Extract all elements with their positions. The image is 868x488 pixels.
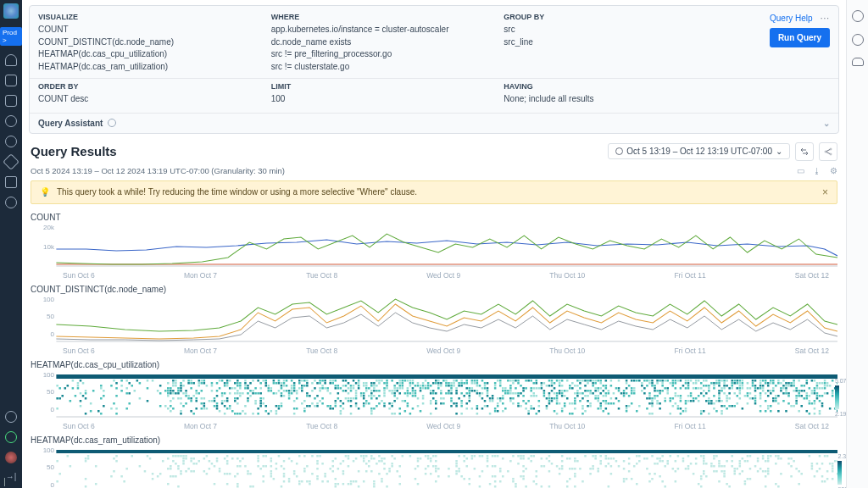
svg-rect-475 bbox=[383, 405, 386, 408]
ram-heatmap-chart[interactable]: 100500 2.36 922 bbox=[31, 446, 837, 489]
compare-button[interactable] bbox=[795, 142, 814, 161]
svg-rect-1630 bbox=[494, 475, 497, 478]
svg-rect-116 bbox=[182, 405, 185, 408]
nav-triggers-icon[interactable] bbox=[3, 153, 19, 170]
query-assistant-bar[interactable]: Query Assistant ⌄ bbox=[30, 113, 838, 133]
svg-rect-1075 bbox=[708, 397, 710, 400]
svg-rect-1050 bbox=[695, 380, 698, 382]
info-icon[interactable] bbox=[852, 10, 864, 22]
svg-rect-1471 bbox=[303, 468, 306, 470]
svg-rect-692 bbox=[499, 382, 502, 385]
svg-rect-802 bbox=[559, 382, 561, 385]
svg-rect-1004 bbox=[669, 413, 671, 415]
svg-rect-1154 bbox=[747, 402, 749, 405]
svg-rect-717 bbox=[512, 382, 515, 385]
svg-rect-1097 bbox=[718, 395, 721, 397]
svg-rect-1034 bbox=[685, 408, 687, 410]
svg-rect-1457 bbox=[283, 480, 286, 483]
run-query-button[interactable]: Run Query bbox=[770, 28, 830, 47]
distinct-line-chart[interactable]: 100500 bbox=[31, 296, 837, 347]
svg-rect-1640 bbox=[509, 460, 512, 463]
svg-rect-1750 bbox=[654, 473, 656, 475]
svg-rect-905 bbox=[608, 392, 610, 395]
svg-rect-489 bbox=[393, 385, 396, 387]
settings-icon[interactable]: ⚙ bbox=[830, 166, 837, 175]
nav-home-icon[interactable] bbox=[5, 54, 17, 66]
svg-rect-22 bbox=[77, 387, 80, 390]
time-range-picker[interactable]: Oct 5 13:19 – Oct 12 13:19 UTC-07:00 ⌄ bbox=[608, 143, 790, 159]
nav-status-ok-icon[interactable] bbox=[5, 431, 17, 443]
svg-rect-1633 bbox=[497, 455, 499, 458]
svg-rect-1880 bbox=[811, 468, 814, 470]
nav-dashboards-icon[interactable] bbox=[5, 75, 17, 86]
svg-rect-1651 bbox=[522, 455, 525, 458]
collaborators-icon[interactable] bbox=[852, 58, 864, 66]
nav-boards-icon[interactable] bbox=[5, 95, 17, 107]
svg-rect-930 bbox=[626, 408, 628, 410]
svg-point-1 bbox=[830, 148, 832, 150]
svg-rect-1093 bbox=[718, 382, 721, 385]
svg-rect-992 bbox=[661, 390, 664, 392]
svg-rect-1359 bbox=[167, 468, 170, 470]
close-icon[interactable]: × bbox=[822, 186, 828, 198]
svg-rect-1091 bbox=[715, 410, 718, 413]
svg-rect-203 bbox=[234, 413, 236, 415]
svg-rect-936 bbox=[631, 387, 633, 390]
svg-rect-1604 bbox=[463, 478, 465, 480]
svg-rect-1706 bbox=[592, 468, 594, 470]
svg-rect-980 bbox=[656, 390, 659, 392]
nav-alerts-icon[interactable] bbox=[5, 115, 17, 127]
svg-rect-1335 bbox=[85, 485, 87, 488]
svg-rect-97 bbox=[175, 380, 177, 382]
svg-rect-555 bbox=[425, 387, 427, 390]
svg-rect-1198 bbox=[770, 392, 772, 395]
svg-rect-791 bbox=[554, 392, 556, 395]
having-clause[interactable]: HAVING None; include all results bbox=[504, 82, 723, 106]
svg-rect-1145 bbox=[742, 382, 744, 385]
nav-datasets-icon[interactable] bbox=[5, 176, 17, 188]
svg-rect-605 bbox=[453, 382, 455, 385]
orderby-clause[interactable]: ORDER BY COUNT desc bbox=[38, 82, 258, 106]
groupby-clause[interactable]: GROUP BY src src_line bbox=[504, 13, 723, 73]
annotations-icon[interactable]: ▭ bbox=[797, 166, 804, 175]
svg-rect-1015 bbox=[675, 402, 677, 405]
svg-rect-1649 bbox=[520, 458, 522, 460]
nav-slos-icon[interactable] bbox=[5, 136, 17, 147]
history-icon[interactable] bbox=[852, 34, 864, 46]
svg-rect-963 bbox=[648, 402, 651, 405]
svg-rect-1763 bbox=[669, 455, 671, 458]
svg-rect-78 bbox=[167, 382, 170, 385]
query-more-menu[interactable]: ··· bbox=[821, 14, 830, 23]
svg-rect-749 bbox=[530, 405, 532, 408]
svg-rect-560 bbox=[430, 390, 432, 392]
limit-clause[interactable]: LIMIT 100 bbox=[271, 82, 491, 106]
svg-rect-104 bbox=[177, 397, 180, 400]
query-help-link[interactable]: Query Help bbox=[770, 14, 813, 23]
share-button[interactable] bbox=[819, 142, 837, 161]
nav-search-icon[interactable] bbox=[5, 411, 17, 423]
svg-rect-989 bbox=[661, 380, 664, 382]
svg-rect-536 bbox=[415, 390, 417, 392]
visualize-clause[interactable]: VISUALIZE COUNT COUNT_DISTINCT(dc.node_n… bbox=[38, 13, 258, 73]
svg-rect-1080 bbox=[710, 400, 713, 402]
cpu-heatmap-chart[interactable]: 100500 5.07k 2.19k bbox=[31, 371, 837, 422]
svg-rect-1617 bbox=[481, 455, 484, 458]
count-line-chart[interactable]: 20k10k bbox=[31, 224, 837, 271]
svg-rect-1869 bbox=[790, 458, 793, 460]
svg-rect-773 bbox=[546, 397, 548, 400]
env-badge[interactable]: Prod > bbox=[0, 27, 22, 46]
svg-rect-596 bbox=[450, 382, 453, 385]
svg-rect-30 bbox=[85, 392, 87, 395]
where-clause[interactable]: WHERE app.kubernetes.io/instance = clust… bbox=[271, 13, 491, 73]
nav-history-icon[interactable] bbox=[5, 197, 17, 208]
svg-rect-1646 bbox=[517, 455, 520, 458]
svg-rect-1354 bbox=[152, 478, 154, 480]
nav-user-avatar[interactable] bbox=[5, 452, 17, 463]
svg-rect-798 bbox=[556, 400, 559, 402]
svg-rect-243 bbox=[257, 392, 259, 395]
svg-rect-1810 bbox=[723, 470, 726, 473]
svg-rect-53 bbox=[120, 380, 123, 382]
download-icon[interactable]: ⭳ bbox=[813, 166, 821, 175]
svg-rect-1204 bbox=[772, 390, 775, 392]
svg-rect-1126 bbox=[731, 387, 733, 390]
